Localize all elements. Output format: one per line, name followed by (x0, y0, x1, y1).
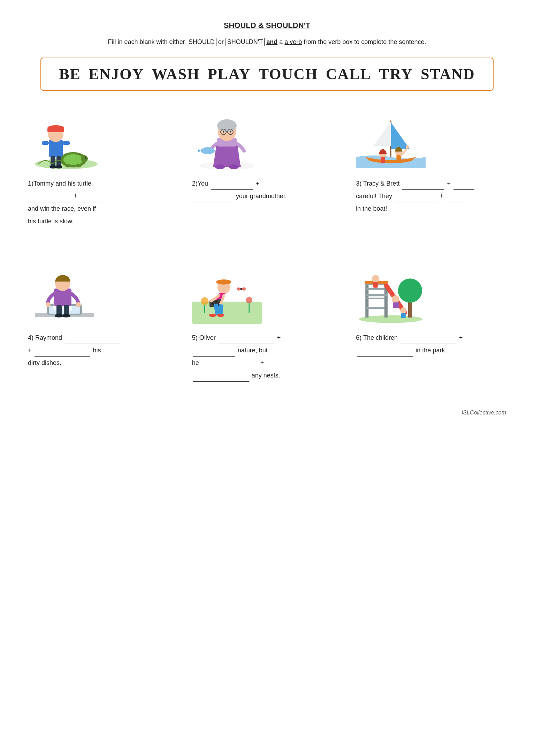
instructions: Fill in each blank with either SHOULD or… (28, 37, 506, 47)
exercise-3-image (356, 108, 426, 171)
exercise-6-text: 6) The children + in the park. (356, 331, 463, 357)
svg-rect-11 (42, 141, 49, 145)
exercise-5-text: 5) Oliver + nature, but he + any nests. (192, 331, 281, 382)
svg-rect-7 (49, 140, 63, 157)
svg-rect-12 (63, 141, 70, 145)
svg-point-51 (62, 314, 70, 317)
verb-enjoy: ENJOY (89, 65, 144, 83)
svg-rect-60 (217, 280, 230, 284)
svg-point-63 (211, 302, 214, 305)
svg-point-53 (201, 297, 208, 305)
svg-point-5 (65, 164, 71, 167)
svg-point-57 (240, 288, 242, 290)
svg-point-25 (230, 131, 231, 133)
svg-point-68 (217, 314, 224, 317)
svg-point-27 (215, 164, 225, 169)
svg-point-26 (201, 147, 215, 154)
svg-point-54 (246, 297, 252, 303)
svg-rect-10 (47, 128, 64, 132)
svg-point-4 (85, 157, 86, 159)
exercise-4-image (28, 262, 98, 325)
svg-point-84 (400, 307, 407, 314)
exercise-5-image (192, 262, 262, 325)
svg-point-34 (406, 145, 409, 148)
exercise-1-text: 1)Tommy and his turtle + and win the rac… (28, 177, 102, 227)
verb-try: TRY (379, 65, 413, 83)
exercise-5: 5) Oliver + nature, but he + any nests. (192, 262, 342, 382)
svg-point-67 (209, 314, 216, 317)
verb-wash: WASH (152, 65, 200, 83)
exercise-1: 1)Tommy and his turtle + and win the rac… (28, 108, 178, 227)
exercise-4: 4) Raymond + his dirty dishes. (28, 262, 178, 369)
exercise-2-image (192, 108, 262, 171)
svg-rect-49 (64, 305, 69, 315)
svg-rect-31 (381, 157, 385, 163)
svg-point-71 (398, 278, 422, 302)
verb-be: BE (59, 65, 81, 83)
exercise-row-1: 1)Tommy and his turtle + and win the rac… (28, 108, 506, 227)
exercise-2: 2)You + your grandmother. (192, 108, 342, 202)
exercises-section: 1)Tommy and his turtle + and win the rac… (28, 108, 506, 382)
svg-rect-72 (366, 283, 369, 317)
exercise-6: 6) The children + in the park. (356, 262, 506, 357)
page-title: SHOULD & SHOULDN'T (28, 21, 506, 30)
footer: iSLCollective.com (28, 410, 506, 416)
svg-point-16 (55, 165, 62, 169)
verb-box: BE ENJOY WASH PLAY TOUCH CALL TRY STAND (40, 58, 494, 91)
exercise-1-image (28, 108, 98, 171)
exercise-3: 3) Tracy & Brett + careful! They + in th… (356, 108, 506, 215)
svg-point-82 (372, 275, 380, 283)
svg-rect-44 (54, 289, 71, 306)
svg-rect-48 (56, 305, 62, 315)
svg-rect-75 (366, 294, 388, 296)
svg-rect-52 (192, 302, 262, 324)
exercise-4-text: 4) Raymond + his dirty dishes. (28, 331, 122, 369)
verb-play: PLAY (208, 65, 251, 83)
verb-stand: STAND (421, 65, 475, 83)
svg-point-47 (76, 302, 81, 307)
verb-touch: TOUCH (259, 65, 318, 83)
exercise-6-image (356, 262, 426, 325)
svg-point-3 (81, 155, 88, 162)
verb-call: CALL (326, 65, 371, 83)
svg-point-69 (359, 315, 422, 323)
svg-rect-83 (373, 282, 378, 287)
svg-point-28 (229, 164, 239, 169)
svg-point-50 (55, 314, 63, 317)
exercise-3-text: 3) Tracy & Brett + careful! They + in th… (356, 177, 475, 215)
svg-point-46 (46, 302, 51, 307)
svg-point-6 (76, 164, 81, 167)
exercise-2-text: 2)You + your grandmother. (192, 177, 287, 202)
svg-rect-85 (401, 313, 406, 318)
exercise-row-2: 4) Raymond + his dirty dishes. (28, 262, 506, 382)
svg-point-80 (392, 295, 399, 303)
svg-point-24 (223, 131, 224, 133)
svg-rect-81 (393, 302, 399, 308)
